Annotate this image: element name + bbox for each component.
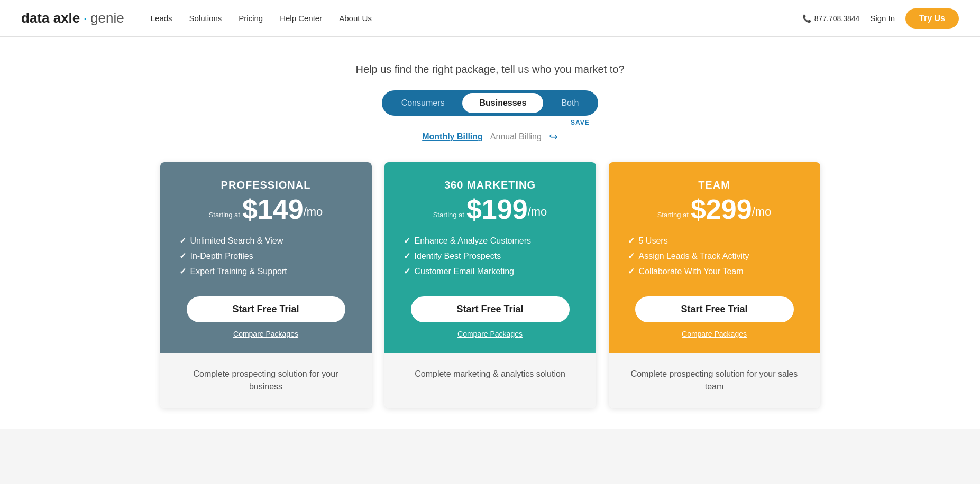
feature-item: ✓Identify Best Prospects [404, 251, 577, 261]
nav-about-us[interactable]: About Us [339, 14, 372, 23]
compare-packages-team[interactable]: Compare Packages [682, 330, 747, 338]
nav-help-center[interactable]: Help Center [280, 14, 322, 23]
plan-team-description: Complete prospecting solution for your s… [609, 353, 820, 408]
checkmark-icon: ✓ [404, 251, 410, 261]
annual-billing-option[interactable]: Annual Billing [490, 132, 542, 142]
plan-professional-header: PROFESSIONAL Starting at $149 /mo ✓Unlim… [160, 162, 372, 353]
logo: data axle · genie [21, 10, 124, 27]
plan-team-per: /mo [752, 205, 772, 219]
compare-packages-360marketing[interactable]: Compare Packages [457, 330, 523, 338]
plan-professional-description: Complete prospecting solution for your b… [160, 353, 372, 408]
plan-360marketing-title: 360 MARKETING [444, 179, 536, 191]
logo-product: genie [90, 10, 124, 26]
nav-links: Leads Solutions Pricing Help Center Abou… [151, 14, 802, 23]
main-content: Help us find the right package, tell us … [0, 37, 980, 429]
start-trial-360marketing[interactable]: Start Free Trial [411, 296, 570, 322]
monthly-billing-option[interactable]: Monthly Billing [422, 132, 483, 142]
feature-item: ✓5 Users [628, 236, 801, 246]
plan-professional-per: /mo [304, 205, 323, 219]
plan-professional-price: $149 [242, 196, 304, 223]
try-us-button[interactable]: Try Us [905, 8, 959, 29]
nav-pricing[interactable]: Pricing [239, 14, 263, 23]
plan-360marketing-features: ✓Enhance & Analyze Customers ✓Identify B… [404, 236, 577, 282]
nav-leads[interactable]: Leads [151, 14, 172, 23]
plan-360marketing-description: Complete marketing & analytics solution [384, 353, 596, 408]
checkmark-icon: ✓ [404, 266, 410, 276]
toggle-consumers[interactable]: Consumers [384, 93, 462, 113]
plan-team-price: $299 [691, 196, 752, 223]
plan-360marketing: 360 MARKETING Starting at $199 /mo ✓Enha… [384, 162, 596, 408]
billing-toggle: Monthly Billing Annual Billing SAVE ↩ [422, 131, 558, 143]
start-trial-team[interactable]: Start Free Trial [635, 296, 794, 322]
save-arrow-icon: ↩ [549, 131, 558, 143]
checkmark-icon: ✓ [179, 266, 186, 276]
feature-item: ✓In-Depth Profiles [179, 251, 353, 261]
checkmark-icon: ✓ [404, 236, 410, 246]
plan-professional-starting: Starting at [209, 211, 240, 219]
toggle-businesses[interactable]: Businesses [462, 93, 543, 113]
feature-item: ✓Unlimited Search & View [179, 236, 353, 246]
checkmark-icon: ✓ [628, 236, 635, 246]
checkmark-icon: ✓ [179, 236, 186, 246]
signin-link[interactable]: Sign In [870, 14, 895, 23]
toggle-both[interactable]: Both [544, 93, 596, 113]
plan-360marketing-per: /mo [528, 205, 547, 219]
feature-item: ✓Customer Email Marketing [404, 266, 577, 276]
feature-item: ✓Enhance & Analyze Customers [404, 236, 577, 246]
checkmark-icon: ✓ [628, 266, 635, 276]
checkmark-icon: ✓ [179, 251, 186, 261]
plan-team: TEAM Starting at $299 /mo ✓5 Users ✓Assi… [609, 162, 820, 408]
nav-solutions[interactable]: Solutions [189, 14, 222, 23]
logo-brand: data axle [21, 10, 80, 26]
feature-item: ✓Expert Training & Support [179, 266, 353, 276]
plan-professional-title: PROFESSIONAL [221, 179, 311, 191]
headline-text: Help us find the right package, tell us … [355, 63, 624, 76]
checkmark-icon: ✓ [628, 251, 635, 261]
compare-packages-professional[interactable]: Compare Packages [233, 330, 298, 338]
feature-item: ✓Collaborate With Your Team [628, 266, 801, 276]
plan-360marketing-header: 360 MARKETING Starting at $199 /mo ✓Enha… [384, 162, 596, 353]
logo-separator: · [83, 10, 87, 27]
navbar: data axle · genie Leads Solutions Pricin… [0, 0, 980, 37]
start-trial-professional[interactable]: Start Free Trial [187, 296, 345, 322]
plan-professional: PROFESSIONAL Starting at $149 /mo ✓Unlim… [160, 162, 372, 408]
plan-team-header: TEAM Starting at $299 /mo ✓5 Users ✓Assi… [609, 162, 820, 353]
nav-phone: 📞 877.708.3844 [802, 14, 860, 23]
plan-team-starting: Starting at [657, 211, 689, 219]
plan-360marketing-starting: Starting at [433, 211, 464, 219]
audience-toggle: Consumers Businesses Both [382, 90, 599, 116]
plan-360marketing-price: $199 [466, 196, 528, 223]
plan-professional-features: ✓Unlimited Search & View ✓In-Depth Profi… [179, 236, 353, 282]
pricing-cards: PROFESSIONAL Starting at $149 /mo ✓Unlim… [146, 162, 834, 408]
plan-team-features: ✓5 Users ✓Assign Leads & Track Activity … [628, 236, 801, 282]
phone-number: 877.708.3844 [814, 14, 860, 23]
save-label: SAVE [571, 119, 590, 126]
plan-team-title: TEAM [698, 179, 730, 191]
feature-item: ✓Assign Leads & Track Activity [628, 251, 801, 261]
phone-icon: 📞 [802, 14, 811, 23]
